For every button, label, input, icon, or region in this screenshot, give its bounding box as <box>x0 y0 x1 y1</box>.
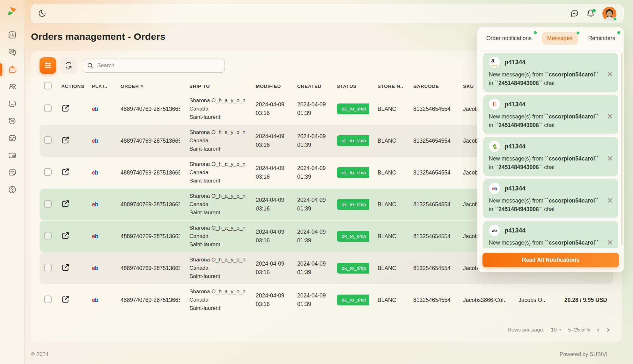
user-avatar[interactable] <box>602 7 616 21</box>
tab-reminders[interactable]: Reminders <box>586 32 617 45</box>
ebay-platform-icon: eb <box>92 233 98 239</box>
panel-scrollbar[interactable] <box>621 53 622 245</box>
envelope-icon <box>8 134 17 144</box>
ship-to: Sharona O_h_a_y_o_nCanadaSaint-laurent <box>180 220 247 252</box>
open-order-icon[interactable] <box>61 235 70 241</box>
sidebar-item-customers[interactable] <box>0 78 25 96</box>
select-all-checkbox[interactable] <box>44 82 52 89</box>
status-badge: ok_to_ship <box>337 231 369 242</box>
status-badge: ok_to_ship <box>337 263 369 274</box>
chat-icon <box>570 9 579 18</box>
status-badge: ok_to_ship <box>337 199 369 210</box>
refresh-button[interactable] <box>60 57 77 74</box>
row-checkbox[interactable] <box>44 168 52 176</box>
close-icon[interactable]: ✕ <box>607 196 613 205</box>
modified-date: 2024-04-0903:16 <box>247 220 289 252</box>
sidebar-item-dashboard[interactable] <box>0 27 25 44</box>
order-number: 4889740769-287513665 <box>112 220 180 252</box>
status-badge: ok_to_ship <box>337 295 369 305</box>
message-title: p41344 <box>504 59 526 66</box>
sidebar-nav: 10 <box>0 27 24 199</box>
tab-order-notifications[interactable]: Order notifications <box>484 32 534 45</box>
open-order-icon[interactable] <box>61 203 70 209</box>
page-title: Orders management - Orders <box>31 31 166 42</box>
app-logo-icon[interactable] <box>6 6 18 18</box>
row-checkbox[interactable] <box>44 296 52 303</box>
tab-messages[interactable]: Messages <box>542 32 578 45</box>
message-list: a p41344 New message(s) from ``cscorpion… <box>477 50 624 248</box>
table-row[interactable]: eb 4889740769-287513665 Sharona O_h_a_y_… <box>40 284 613 316</box>
ship-to: Sharona O_h_a_y_o_nCanadaSaint-laurent <box>180 157 247 189</box>
row-checkbox[interactable] <box>44 104 52 112</box>
barcode: 813254654554 <box>405 220 456 252</box>
topbar <box>31 4 624 23</box>
unread-dot <box>577 32 579 34</box>
message-title: p41344 <box>504 185 526 192</box>
ship-to: Sharona O_h_a_y_o_nCanadaSaint-laurent <box>180 125 247 157</box>
message-card[interactable]: S p41344 New message(s) from ``cscorpion… <box>483 137 618 176</box>
close-icon[interactable]: ✕ <box>607 238 613 247</box>
barcode: 813254654554 <box>405 157 456 189</box>
row-checkbox[interactable] <box>44 264 52 271</box>
row-checkbox[interactable] <box>44 232 52 239</box>
wix-icon: wix <box>489 225 500 236</box>
modified-date: 2024-04-0903:16 <box>247 284 289 316</box>
message-card[interactable]: E p41344 New message(s) from ``cscorpion… <box>483 95 618 134</box>
close-icon[interactable]: ✕ <box>607 154 613 163</box>
users-icon <box>8 82 17 92</box>
sidebar-item-orders[interactable] <box>0 61 25 78</box>
sidebar-item-cards[interactable] <box>0 96 25 113</box>
created-date: 2024-04-0901:39 <box>289 93 328 125</box>
ebay-icon: eb <box>489 183 500 194</box>
modified-date: 2024-04-0903:16 <box>247 125 289 157</box>
close-icon[interactable]: ✕ <box>607 112 613 121</box>
dark-mode-toggle[interactable] <box>38 9 46 18</box>
prev-page-button[interactable]: ‹ <box>596 326 600 333</box>
barcode: 813254654554 <box>405 125 456 157</box>
note-icon <box>8 168 17 178</box>
product-name: Jacobs O.. <box>513 284 562 316</box>
close-icon[interactable]: ✕ <box>607 70 613 79</box>
next-page-button[interactable]: › <box>606 326 610 333</box>
row-checkbox[interactable] <box>44 136 52 144</box>
open-order-icon[interactable] <box>61 107 70 114</box>
unread-dot <box>534 31 537 34</box>
sidebar-item-help[interactable] <box>0 182 25 199</box>
open-order-icon[interactable] <box>61 171 70 177</box>
online-status-dot <box>613 17 617 21</box>
caret-down-icon: ▼ <box>559 328 562 332</box>
sidebar-item-chats[interactable] <box>0 44 25 61</box>
rows-per-page-select[interactable]: 10▼ <box>551 327 562 333</box>
sidebar-item-inbox[interactable] <box>0 130 25 147</box>
status-badge: ok_to_ship <box>337 103 369 114</box>
open-order-icon[interactable] <box>61 298 70 305</box>
message-card[interactable]: eb p41344 New message(s) from ``cscorpio… <box>483 179 618 218</box>
open-order-icon[interactable] <box>61 267 70 273</box>
store-name: BLANC <box>369 220 405 252</box>
store-name: BLANC <box>369 125 405 157</box>
row-checkbox[interactable] <box>44 200 52 208</box>
order-price: 20.28 / 9.95 USD <box>562 284 613 316</box>
etsy-icon: E <box>489 99 500 110</box>
svg-text:S: S <box>494 145 496 148</box>
message-card[interactable]: wix p41344 New message(s) from ``cscorpi… <box>483 221 618 248</box>
message-title: p41344 <box>504 227 526 234</box>
ebay-platform-icon: eb <box>92 265 98 271</box>
store-name: BLANC <box>369 284 405 316</box>
store-name: BLANC <box>369 252 405 284</box>
search-input[interactable] <box>83 59 225 73</box>
sidebar-item-history[interactable]: 10 <box>0 113 25 130</box>
wallet-icon <box>8 151 17 161</box>
barcode: 813254654554 <box>405 93 456 125</box>
filter-settings-button[interactable] <box>40 57 56 74</box>
chat-button[interactable] <box>570 9 579 18</box>
sidebar-item-wallet[interactable] <box>0 147 25 164</box>
message-text: New message(s) from ``cscorpion54carol``… <box>489 196 602 214</box>
notifications-button[interactable] <box>586 9 595 18</box>
sidebar-item-notes[interactable] <box>0 164 25 182</box>
amazon-icon: a <box>489 57 500 68</box>
read-all-notifications-button[interactable]: Read All Notifications <box>482 253 619 267</box>
open-order-icon[interactable] <box>61 139 70 146</box>
message-card[interactable]: a p41344 New message(s) from ``cscorpion… <box>483 53 618 92</box>
barcode: 813254654554 <box>405 284 456 316</box>
